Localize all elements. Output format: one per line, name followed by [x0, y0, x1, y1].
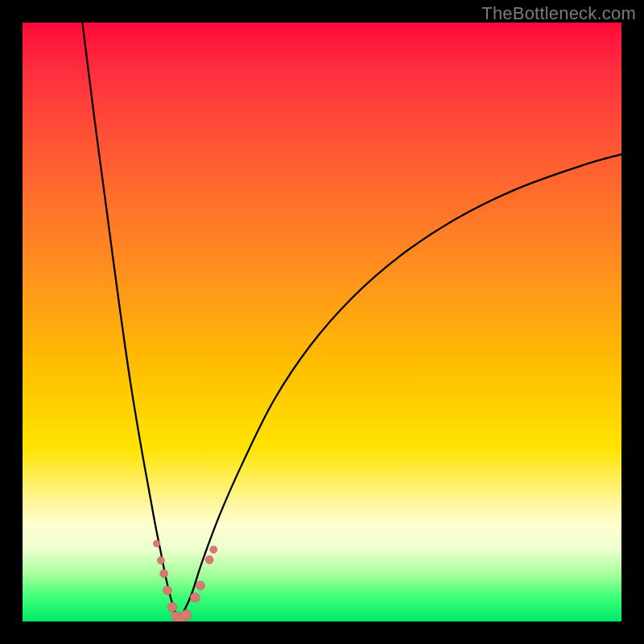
marker-dot [157, 557, 164, 564]
marker-dot [181, 609, 192, 620]
curve-layer [23, 23, 621, 621]
marker-dot [160, 569, 168, 577]
plot-area [23, 23, 621, 621]
watermark-label: TheBottleneck.com [481, 3, 636, 24]
marker-dot [163, 586, 172, 595]
marker-dot [154, 540, 160, 547]
marker-dot [205, 555, 213, 564]
marker-dot [196, 581, 205, 590]
curve-left [82, 23, 178, 621]
marker-dot [210, 546, 217, 553]
marker-dot [167, 602, 177, 612]
marker-dot [190, 592, 200, 602]
chart-frame: TheBottleneck.com [0, 0, 644, 644]
curve-right [178, 155, 621, 621]
